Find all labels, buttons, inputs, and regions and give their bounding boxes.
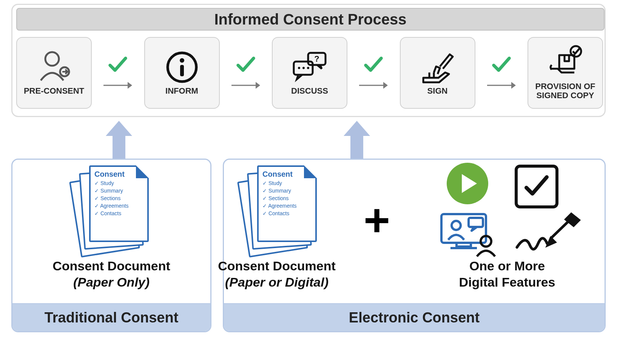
- doc-item: Study: [94, 179, 147, 187]
- svg-text:?: ?: [314, 54, 319, 63]
- process-steps-row: PRE-CONSENT INFORM: [16, 35, 603, 111]
- doc-item: Summary: [262, 187, 315, 194]
- svg-rect-5: [180, 65, 184, 76]
- doc-item: Sections: [262, 194, 315, 202]
- step-provision: PROVISION OF SIGNED COPY: [528, 37, 603, 109]
- step-connector: [220, 54, 272, 92]
- svg-rect-21: [469, 218, 483, 227]
- electronic-features-desc: One or More Digital Features: [416, 258, 598, 290]
- traditional-title: Traditional Consent: [12, 303, 210, 331]
- step-label: SIGN: [427, 86, 448, 96]
- arrow-right-icon: [486, 80, 517, 92]
- svg-point-11: [302, 67, 305, 69]
- doc-item: Contacts: [94, 210, 147, 217]
- step-connector: [475, 54, 528, 92]
- svg-point-0: [45, 52, 59, 66]
- info-icon: [163, 50, 201, 84]
- hand-sign-icon: [419, 50, 457, 84]
- step-connector: [347, 54, 400, 92]
- svg-point-4: [180, 58, 184, 63]
- checkmark-icon: [363, 54, 384, 77]
- electronic-doc-desc: Consent Document (Paper or Digital): [133, 258, 420, 290]
- chat-icon: ?: [291, 50, 329, 84]
- svg-point-20: [452, 221, 461, 230]
- electronic-title: Electronic Consent: [224, 303, 605, 331]
- arrow-up-traditional-icon: [106, 121, 132, 159]
- arrow-right-icon: [103, 80, 133, 92]
- telehealth-icon: [439, 212, 503, 257]
- traditional-consent-box: Consent Study Summary Sections Agreement…: [11, 159, 211, 332]
- e-signature-icon: [515, 212, 583, 253]
- person-arrow-icon: [35, 50, 73, 84]
- desc-line: (Paper or Digital): [225, 275, 329, 289]
- desc-line: One or More: [469, 259, 545, 273]
- svg-rect-18: [457, 243, 471, 247]
- checkmark-icon: [107, 54, 128, 77]
- arrow-up-electronic-icon: [344, 121, 370, 159]
- doc-item: Agreements: [94, 202, 147, 210]
- step-connector: [92, 54, 144, 92]
- doc-items: Study Summary Sections Agreements Contac…: [259, 179, 315, 217]
- doc-items: Study Summary Sections Agreements Contac…: [91, 179, 147, 217]
- step-label: DISCUSS: [291, 86, 328, 96]
- doc-item: Summary: [94, 187, 147, 194]
- checkmark-icon: [235, 54, 256, 77]
- desc-line: Consent Document: [218, 259, 336, 273]
- desc-line: Digital Features: [459, 275, 555, 289]
- step-label: INFORM: [165, 86, 198, 96]
- electronic-content: Consent Study Summary Sections Agreement…: [224, 160, 605, 303]
- checkmark-icon: [491, 54, 512, 77]
- step-inform: INFORM: [144, 37, 220, 109]
- step-label: PRE-CONSENT: [24, 86, 84, 96]
- step-sign: SIGN: [400, 37, 475, 109]
- package-check-icon: [546, 46, 584, 80]
- plus-icon: +: [364, 197, 390, 243]
- doc-item: Agreements: [262, 202, 315, 210]
- play-icon: [447, 163, 488, 204]
- electronic-consent-box: Consent Study Summary Sections Agreement…: [223, 159, 606, 332]
- doc-item: Study: [262, 179, 315, 187]
- process-container: Informed Consent Process PRE-CONSENT: [11, 4, 606, 117]
- diagram-canvas: Informed Consent Process PRE-CONSENT: [0, 0, 617, 364]
- step-discuss: ? DISCUSS: [272, 37, 347, 109]
- step-pre-consent: PRE-CONSENT: [16, 37, 92, 109]
- doc-item: Sections: [94, 194, 147, 202]
- arrow-right-icon: [231, 80, 261, 92]
- doc-item: Contacts: [262, 210, 315, 217]
- svg-point-12: [307, 67, 309, 69]
- process-title: Informed Consent Process: [16, 8, 605, 31]
- arrow-right-icon: [358, 80, 389, 92]
- digital-features-cluster: [435, 163, 594, 257]
- checkbox-icon: [515, 165, 558, 208]
- step-label: PROVISION OF SIGNED COPY: [528, 82, 602, 100]
- svg-point-10: [298, 67, 300, 69]
